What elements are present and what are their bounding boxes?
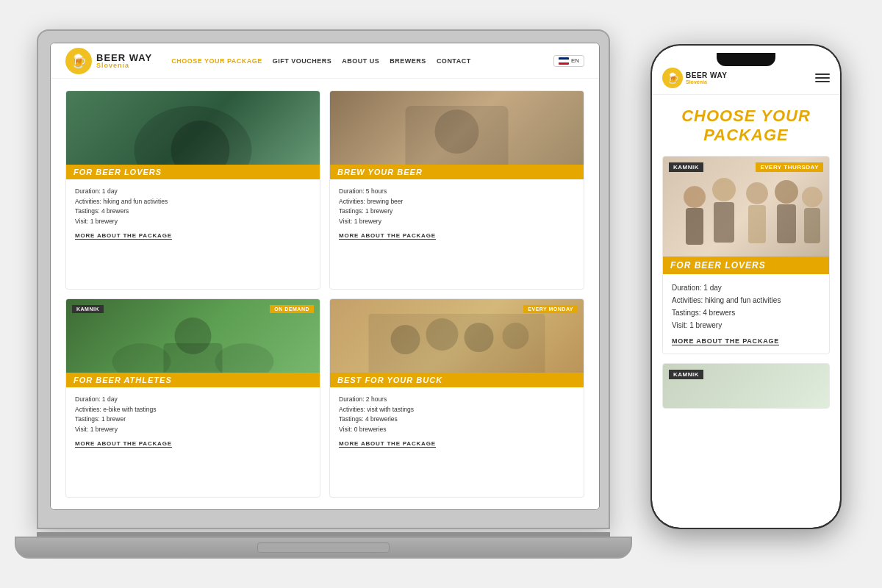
phone-brand-subtitle: Slovenia: [686, 79, 727, 85]
svg-point-11: [465, 323, 494, 352]
package-details-best-buck: Duration: 2 hours Activities: visit with…: [330, 387, 584, 456]
package-details-brew-beer: Duration: 5 hours Activities: brewing be…: [330, 179, 584, 248]
site-nav: 🍺 BEER WAY Slovenia CHOOSE YOUR PACKAGE …: [51, 43, 599, 79]
package-title-brew-beer: BREW YOUR BEER: [330, 165, 584, 179]
svg-point-17: [746, 182, 768, 204]
phone-device: 🍺 BEER WAY Slovenia CHOOSE YOUR PACKAGE: [650, 44, 842, 544]
nav-vouchers[interactable]: GIFT VOUCHERS: [273, 57, 332, 65]
nav-packages[interactable]: CHOOSE YOUR PACKAGE: [171, 57, 262, 65]
package-details-beer-lovers: Duration: 1 day Activities: hiking and f…: [66, 179, 320, 248]
package-details-beer-athletes: Duration: 1 day Activities: e-bike with …: [66, 387, 320, 456]
phone-package-details: Duration: 1 day Activities: hiking and f…: [663, 274, 829, 354]
package-image-brew-beer: BREW YOUR BEER: [330, 91, 584, 179]
phone-notch: [717, 53, 775, 66]
phone-package-image: KAMNIK EVERY THURSDAY: [663, 157, 829, 274]
phone-package-title: FOR BEER LOVERS: [663, 257, 829, 274]
phone-body: 🍺 BEER WAY Slovenia CHOOSE YOUR PACKAGE: [650, 44, 842, 529]
laptop-trackpad: [257, 542, 390, 553]
more-link-brew-beer[interactable]: MORE ABOUT THE PACKAGE: [339, 232, 436, 240]
package-title-best-buck: BEST FOR YOUR BUCK: [330, 373, 584, 387]
svg-rect-18: [748, 205, 766, 243]
phone-location-tag-2: KAMNIK: [669, 370, 703, 379]
svg-point-15: [712, 178, 736, 201]
phone-package-card-beer-lovers[interactable]: KAMNIK EVERY THURSDAY: [662, 156, 830, 354]
brand-name: BEER WAY: [96, 53, 152, 62]
package-image-beer-athletes: KAMNIK ON DEMAND FOR BEER ATHLETES: [66, 299, 320, 387]
phone-content: CHOOSE YOUR PACKAGE KAMNIK EVERY THURSDA…: [652, 95, 840, 527]
package-card-beer-lovers[interactable]: FOR BEER LOVERS Duration: 1 day Activiti…: [65, 90, 320, 290]
svg-point-19: [775, 180, 798, 204]
phone-package-image-2: KAMNIK: [663, 364, 829, 408]
phone-more-link[interactable]: MORE ABOUT THE PACKAGE: [672, 337, 779, 345]
package-image-best-buck: EVERY MONDAY BEST FOR YOUR BUCK: [330, 299, 584, 387]
package-title-beer-lovers: FOR BEER LOVERS: [66, 165, 320, 179]
svg-rect-14: [686, 208, 703, 245]
svg-point-21: [802, 187, 822, 207]
phone-brand-name: BEER WAY: [686, 71, 727, 79]
more-link-beer-athletes[interactable]: MORE ABOUT THE PACKAGE: [75, 440, 172, 448]
phone-logo-icon: 🍺: [662, 68, 683, 88]
phone-screen: 🍺 BEER WAY Slovenia CHOOSE YOUR PACKAGE: [652, 46, 840, 528]
package-card-brew-beer[interactable]: BREW YOUR BEER Duration: 5 hours Activit…: [329, 90, 584, 290]
laptop-base: [15, 537, 632, 559]
phone-package-card-second[interactable]: KAMNIK: [662, 363, 830, 409]
more-link-beer-lovers[interactable]: MORE ABOUT THE PACKAGE: [75, 232, 172, 240]
svg-point-12: [503, 323, 529, 349]
flag-icon: [559, 57, 569, 65]
nav-contact[interactable]: CONTACT: [437, 57, 471, 65]
packages-grid: FOR BEER LOVERS Duration: 1 day Activiti…: [51, 79, 599, 509]
language-selector[interactable]: EN: [553, 55, 584, 67]
nav-links: CHOOSE YOUR PACKAGE GIFT VOUCHERS ABOUT …: [171, 57, 471, 65]
package-title-beer-athletes: FOR BEER ATHLETES: [66, 373, 320, 387]
package-card-best-buck[interactable]: EVERY MONDAY BEST FOR YOUR BUCK: [329, 298, 584, 498]
laptop-body: 🍺 BEER WAY Slovenia CHOOSE YOUR PACKAGE …: [37, 29, 610, 529]
svg-point-9: [391, 325, 420, 354]
nav-about[interactable]: ABOUT US: [342, 57, 379, 65]
svg-point-13: [684, 186, 706, 208]
package-card-beer-athletes[interactable]: KAMNIK ON DEMAND FOR BEER ATHLETES: [65, 298, 320, 498]
more-link-best-buck[interactable]: MORE ABOUT THE PACKAGE: [339, 440, 436, 448]
phone-logo: 🍺 BEER WAY Slovenia: [662, 68, 727, 88]
nav-brewers[interactable]: BREWERS: [390, 57, 426, 65]
hamburger-menu[interactable]: [815, 74, 830, 82]
package-image-beer-lovers: FOR BEER LOVERS: [66, 91, 320, 179]
brand-subtitle: Slovenia: [96, 62, 152, 69]
phone-page-title: CHOOSE YOUR PACKAGE: [662, 107, 830, 146]
svg-point-3: [435, 110, 479, 154]
svg-rect-20: [777, 204, 796, 243]
phone-power-button: [840, 148, 842, 182]
laptop-screen: 🍺 BEER WAY Slovenia CHOOSE YOUR PACKAGE …: [50, 43, 600, 510]
laptop-device: 🍺 BEER WAY Slovenia CHOOSE YOUR PACKAGE …: [37, 29, 610, 559]
site-logo: 🍺 BEER WAY Slovenia: [65, 48, 152, 74]
logo-icon: 🍺: [65, 48, 92, 74]
svg-rect-22: [804, 208, 820, 243]
svg-point-10: [426, 318, 459, 351]
svg-rect-16: [714, 202, 734, 243]
